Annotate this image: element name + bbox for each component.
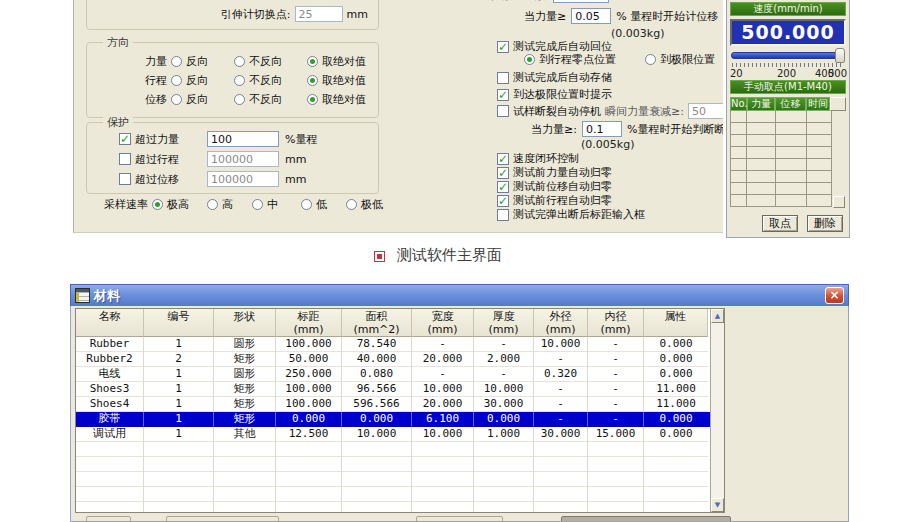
- points-cell[interactable]: [776, 111, 807, 123]
- radio-reverse[interactable]: [171, 56, 182, 67]
- auto-return-checkbox[interactable]: [497, 41, 509, 53]
- table-cell[interactable]: [276, 472, 342, 487]
- displacement-zero-checkbox[interactable]: [497, 181, 509, 193]
- materials-column-header[interactable]: 厚度(mm): [474, 309, 534, 337]
- speed-slider-thumb[interactable]: [835, 48, 845, 63]
- radio-absolute[interactable]: [307, 94, 318, 105]
- table-cell[interactable]: 15.000: [588, 427, 644, 442]
- table-cell[interactable]: 0.000: [644, 412, 708, 427]
- table-cell[interactable]: [276, 442, 342, 457]
- table-cell[interactable]: [588, 502, 644, 513]
- table-cell[interactable]: 2.000: [474, 352, 534, 367]
- table-row[interactable]: Rubber22矩形50.00040.00020.0002.000--0.000: [76, 352, 724, 367]
- table-cell[interactable]: [412, 472, 474, 487]
- table-cell[interactable]: 0.000: [644, 337, 708, 352]
- radio-reverse[interactable]: [171, 94, 182, 105]
- table-row[interactable]: Shoes31矩形100.00096.56610.00010.000--11.0…: [76, 382, 724, 397]
- table-cell[interactable]: [588, 487, 644, 502]
- points-cell[interactable]: [747, 195, 776, 207]
- table-cell[interactable]: 100.000: [276, 397, 342, 412]
- table-cell[interactable]: [214, 487, 276, 502]
- table-cell[interactable]: [644, 487, 708, 502]
- points-cell[interactable]: [730, 159, 747, 171]
- table-row-empty[interactable]: [76, 487, 724, 502]
- table-cell[interactable]: 20.000: [412, 352, 474, 367]
- table-cell[interactable]: 1: [144, 412, 214, 427]
- table-cell[interactable]: 电线: [76, 367, 144, 382]
- table-cell[interactable]: -: [588, 352, 644, 367]
- points-cell[interactable]: [776, 171, 807, 183]
- points-cell[interactable]: [807, 111, 832, 123]
- table-cell[interactable]: [144, 442, 214, 457]
- table-cell[interactable]: 0.000: [644, 352, 708, 367]
- table-cell[interactable]: [342, 457, 412, 472]
- table-cell[interactable]: 11.000: [644, 382, 708, 397]
- materials-column-header[interactable]: 名称: [76, 309, 144, 337]
- table-cell[interactable]: [214, 457, 276, 472]
- table-cell[interactable]: 0.320: [534, 367, 588, 382]
- column-header-displacement[interactable]: 位移: [775, 97, 805, 111]
- table-cell[interactable]: 96.566: [342, 382, 412, 397]
- table-cell[interactable]: -: [534, 397, 588, 412]
- table-cell[interactable]: 0.000: [474, 412, 534, 427]
- table-cell[interactable]: 250.000: [276, 367, 342, 382]
- points-cell[interactable]: [776, 123, 807, 135]
- materials-column-header[interactable]: 标距(mm): [276, 309, 342, 337]
- table-cell[interactable]: 50.000: [276, 352, 342, 367]
- radio-sampling-lowest[interactable]: [346, 199, 357, 210]
- points-cell[interactable]: [730, 171, 747, 183]
- table-cell[interactable]: [276, 457, 342, 472]
- table-cell[interactable]: Shoes4: [76, 397, 144, 412]
- pick-point-button[interactable]: 取点: [762, 215, 798, 232]
- table-cell[interactable]: 0.000: [644, 427, 708, 442]
- table-cell[interactable]: [76, 457, 144, 472]
- table-cell[interactable]: -: [588, 337, 644, 352]
- table-cell[interactable]: [276, 487, 342, 502]
- points-row[interactable]: [730, 183, 832, 195]
- table-cell[interactable]: 40.000: [342, 352, 412, 367]
- break-stop-checkbox[interactable]: [497, 105, 509, 117]
- over-force-input[interactable]: [207, 131, 279, 147]
- column-header-time[interactable]: 时间: [806, 97, 831, 111]
- table-cell[interactable]: 1: [144, 337, 214, 352]
- extensometer-input[interactable]: [295, 6, 343, 22]
- points-cell[interactable]: [747, 135, 776, 147]
- table-cell[interactable]: 1: [144, 382, 214, 397]
- table-cell[interactable]: 1: [144, 427, 214, 442]
- table-cell[interactable]: 矩形: [214, 352, 276, 367]
- table-cell[interactable]: -: [412, 367, 474, 382]
- table-cell[interactable]: 10.000: [412, 382, 474, 397]
- points-row[interactable]: [730, 111, 832, 123]
- table-cell[interactable]: 6.100: [412, 412, 474, 427]
- table-cell[interactable]: [588, 457, 644, 472]
- table-cell[interactable]: 12.500: [276, 427, 342, 442]
- radio-no-reverse[interactable]: [234, 94, 245, 105]
- points-row[interactable]: [730, 195, 832, 207]
- points-cell[interactable]: [776, 183, 807, 195]
- points-cell[interactable]: [730, 147, 747, 159]
- points-cell[interactable]: [747, 123, 776, 135]
- table-cell[interactable]: 圆形: [214, 367, 276, 382]
- table-cell[interactable]: [144, 472, 214, 487]
- points-cell[interactable]: [730, 135, 747, 147]
- table-cell[interactable]: 2: [144, 352, 214, 367]
- table-cell[interactable]: 矩形: [214, 412, 276, 427]
- points-cell[interactable]: [747, 147, 776, 159]
- table-cell[interactable]: [144, 487, 214, 502]
- table-cell[interactable]: [534, 457, 588, 472]
- vertical-scrollbar[interactable]: ▲ ▼: [710, 309, 724, 512]
- table-cell[interactable]: 100.000: [276, 337, 342, 352]
- delete-point-button[interactable]: 删除: [807, 215, 843, 232]
- column-header-no[interactable]: No.: [730, 97, 747, 111]
- table-row[interactable]: Shoes41矩形100.000596.56620.00030.000--11.…: [76, 397, 724, 412]
- radio-return-zero[interactable]: [524, 54, 535, 65]
- points-cell[interactable]: [807, 183, 832, 195]
- points-cell[interactable]: [747, 111, 776, 123]
- table-cell[interactable]: 0.000: [276, 412, 342, 427]
- radio-reverse[interactable]: [171, 75, 182, 86]
- table-cell[interactable]: 10.000: [534, 337, 588, 352]
- table-cell[interactable]: 0.000: [342, 412, 412, 427]
- close-icon[interactable]: ×: [825, 287, 844, 304]
- points-row[interactable]: [730, 147, 832, 159]
- points-corner-button[interactable]: [833, 196, 845, 208]
